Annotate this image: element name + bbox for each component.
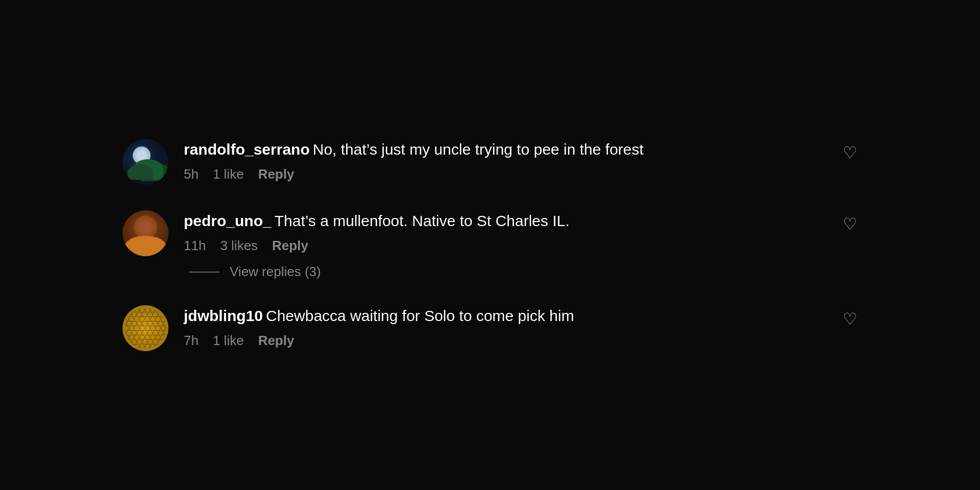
comment-likes: 1 like	[213, 333, 244, 349]
like-button[interactable]: ♡	[843, 309, 857, 329]
reply-button[interactable]: Reply	[258, 333, 295, 349]
comment-meta: 7h 1 like Reply	[184, 333, 857, 349]
comment-content: Chewbacca waiting for Solo to come pick …	[266, 307, 574, 324]
heart-icon: ♡	[843, 215, 857, 233]
comments-list: randolfo_serranoNo, that’s just my uncle…	[82, 118, 898, 372]
comment-username: jdwbling10	[184, 307, 263, 324]
comment-item: randolfo_serranoNo, that’s just my uncle…	[122, 139, 857, 185]
avatar	[122, 139, 168, 185]
view-replies-button[interactable]: View replies (3)	[230, 264, 321, 280]
comment-body: jdwbling10Chewbacca waiting for Solo to …	[184, 305, 857, 349]
comment-time: 7h	[184, 333, 199, 349]
comment-text: randolfo_serranoNo, that’s just my uncle…	[184, 139, 857, 160]
comment-username: randolfo_serrano	[184, 141, 310, 158]
comment-likes: 1 like	[213, 166, 244, 182]
like-button[interactable]: ♡	[843, 143, 857, 162]
view-replies-line	[189, 272, 219, 273]
heart-icon: ♡	[843, 143, 857, 162]
comment-content: No, that’s just my uncle trying to pee i…	[313, 141, 644, 158]
comment-item: jdwbling10Chewbacca waiting for Solo to …	[122, 305, 857, 351]
reply-button[interactable]: Reply	[258, 166, 295, 182]
comment-body: randolfo_serranoNo, that’s just my uncle…	[184, 139, 857, 182]
reply-button[interactable]: Reply	[272, 238, 308, 254]
comment-likes: 3 likes	[220, 238, 258, 254]
avatar	[122, 305, 168, 351]
heart-icon: ♡	[843, 310, 857, 328]
avatar	[122, 210, 168, 256]
like-button[interactable]: ♡	[843, 214, 857, 234]
comment-username: pedro_uno_	[184, 212, 272, 229]
comment-content: That’s a mullenfoot. Native to St Charle…	[275, 212, 570, 229]
comment-text: pedro_uno_That’s a mullenfoot. Native to…	[184, 210, 857, 232]
comment-body: pedro_uno_That’s a mullenfoot. Native to…	[184, 210, 857, 280]
view-replies-section: View replies (3)	[184, 264, 857, 280]
comment-time: 11h	[184, 238, 206, 254]
comment-item: pedro_uno_That’s a mullenfoot. Native to…	[122, 210, 857, 280]
comment-time: 5h	[184, 166, 199, 182]
comment-meta: 5h 1 like Reply	[184, 166, 857, 182]
comment-meta: 11h 3 likes Reply	[184, 238, 857, 254]
comment-text: jdwbling10Chewbacca waiting for Solo to …	[184, 305, 857, 327]
